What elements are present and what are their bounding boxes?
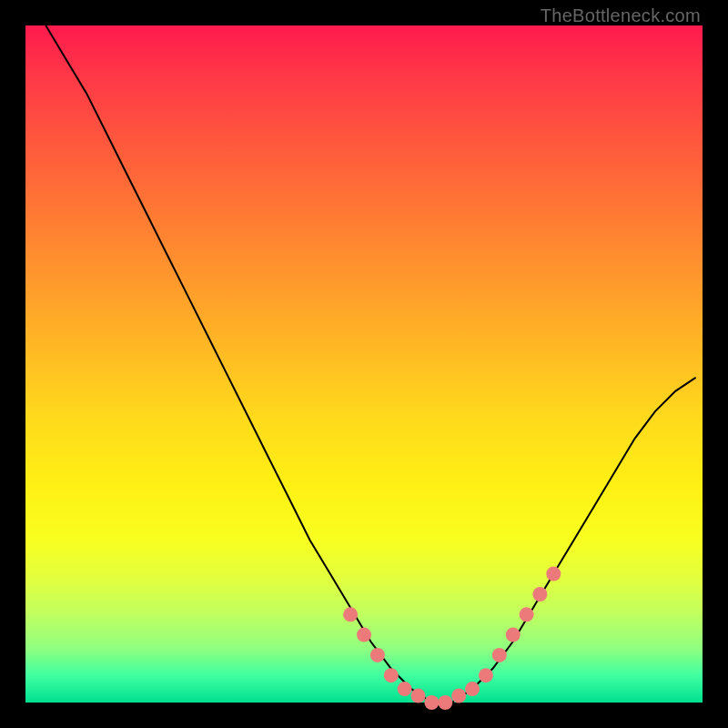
marker-point <box>479 668 493 682</box>
marker-point <box>370 648 385 662</box>
chart-container: TheBottleneck.com <box>0 0 728 728</box>
marker-point <box>398 682 412 696</box>
marker-point <box>506 628 521 642</box>
marker-point <box>411 689 426 703</box>
marker-group <box>343 567 561 710</box>
marker-point <box>520 607 534 622</box>
marker-point <box>465 682 480 696</box>
marker-point <box>451 689 466 703</box>
marker-point <box>424 695 439 710</box>
marker-point <box>492 648 507 662</box>
chart-svg <box>25 25 703 703</box>
marker-point <box>357 628 371 642</box>
marker-point <box>438 695 452 710</box>
marker-point <box>343 607 358 622</box>
marker-point <box>546 567 561 581</box>
watermark-text: TheBottleneck.com <box>541 5 701 26</box>
marker-point <box>384 668 399 682</box>
bottleneck-curve <box>46 25 695 703</box>
marker-point <box>532 587 547 602</box>
